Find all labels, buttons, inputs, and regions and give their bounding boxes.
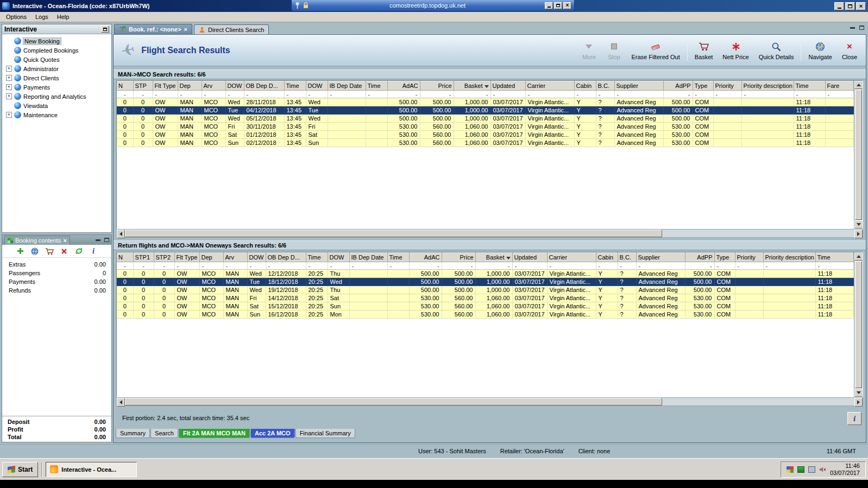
filter-cell[interactable]: - bbox=[512, 262, 547, 270]
sidebar-item-administrator[interactable]: +Administrator bbox=[2, 64, 111, 73]
filter-cell[interactable]: - bbox=[284, 91, 306, 98]
filter-cell[interactable]: - bbox=[490, 91, 525, 98]
add-item-icon[interactable] bbox=[16, 247, 24, 256]
rdp-close-button[interactable]: × bbox=[563, 2, 571, 9]
sidebar-item-viewdata[interactable]: Viewdata bbox=[2, 101, 111, 110]
filter-cell[interactable]: - bbox=[693, 91, 713, 98]
column-header[interactable]: Basket bbox=[475, 253, 512, 262]
filter-cell[interactable]: - bbox=[794, 91, 825, 98]
result-row[interactable]: 000OWMCOMANTue18/12/201820:25Wed500.0050… bbox=[117, 278, 854, 286]
info-icon[interactable]: i bbox=[89, 247, 98, 256]
column-header[interactable]: OB Dep D... bbox=[266, 253, 306, 262]
column-header[interactable]: Priority bbox=[713, 81, 741, 91]
stop-button[interactable]: Stop bbox=[602, 40, 626, 61]
result-row[interactable]: 00OWMANMCOFri30/11/201813:45Fri530.00560… bbox=[117, 123, 854, 131]
result-row[interactable]: 00OWMANMCOSat01/12/201813:45Sat530.00560… bbox=[117, 131, 854, 139]
filter-cell[interactable]: - bbox=[154, 262, 174, 270]
taskbar-task-button[interactable]: Interactive - Ocea... bbox=[46, 462, 137, 477]
scroll-thumb[interactable] bbox=[855, 90, 862, 220]
filter-cell[interactable]: - bbox=[133, 262, 154, 270]
column-header[interactable]: Priority description bbox=[763, 253, 815, 262]
filter-cell[interactable]: - bbox=[547, 262, 596, 270]
tray-mute-icon[interactable] bbox=[819, 466, 826, 473]
result-row[interactable]: 00OWMANMCOTue04/12/201813:45Tue500.00500… bbox=[117, 106, 854, 115]
horizontal-scrollbar[interactable] bbox=[116, 229, 863, 238]
filter-cell[interactable]: - bbox=[153, 91, 178, 98]
column-header[interactable]: B.C. bbox=[596, 81, 614, 91]
filter-cell[interactable]: - bbox=[223, 262, 247, 270]
result-row[interactable]: 00OWMANMCOSun02/12/201813:45Sun530.00560… bbox=[117, 139, 854, 147]
filter-cell[interactable]: - bbox=[714, 262, 735, 270]
scroll-thumb[interactable] bbox=[125, 230, 662, 237]
filter-cell[interactable]: - bbox=[174, 262, 199, 270]
filter-cell[interactable]: - bbox=[618, 262, 636, 270]
tab-search[interactable]: Search bbox=[150, 429, 178, 438]
list-item[interactable]: Payments0.00 bbox=[2, 277, 111, 286]
column-header[interactable]: OB Dep D... bbox=[244, 81, 284, 91]
scroll-thumb[interactable] bbox=[855, 261, 862, 388]
close-results-button[interactable]: × Close bbox=[838, 40, 861, 61]
column-header[interactable]: Carrier bbox=[547, 253, 596, 262]
column-header[interactable]: Fare bbox=[825, 81, 854, 91]
sidebar-item-new-booking[interactable]: New Booking bbox=[2, 36, 111, 46]
close-icon[interactable]: × bbox=[63, 237, 66, 244]
filter-cell[interactable]: - bbox=[442, 262, 475, 270]
filter-cell[interactable]: - bbox=[133, 91, 153, 98]
column-header[interactable]: Time bbox=[794, 81, 825, 91]
scroll-left-button[interactable] bbox=[117, 230, 125, 238]
scroll-up-button[interactable] bbox=[854, 252, 863, 261]
column-header[interactable]: Arv bbox=[202, 81, 225, 91]
filter-cell[interactable]: - bbox=[685, 262, 714, 270]
menu-options[interactable]: Options bbox=[2, 12, 31, 21]
tray-network-icon[interactable] bbox=[797, 466, 804, 473]
scroll-up-button[interactable] bbox=[854, 81, 863, 89]
column-header[interactable]: N bbox=[117, 253, 133, 262]
filter-cell[interactable]: - bbox=[202, 91, 225, 98]
column-header[interactable]: B.C. bbox=[618, 253, 636, 262]
scroll-left-button[interactable] bbox=[117, 398, 125, 407]
start-button[interactable]: Start bbox=[2, 462, 38, 477]
list-item[interactable]: Refunds0.00 bbox=[2, 286, 111, 295]
more-button[interactable]: More bbox=[577, 40, 601, 61]
filter-cell[interactable]: - bbox=[663, 91, 693, 98]
minimize-button[interactable] bbox=[834, 2, 844, 10]
column-header[interactable]: Priority bbox=[735, 253, 763, 262]
column-header[interactable]: Price bbox=[442, 253, 475, 262]
filter-cell[interactable]: - bbox=[117, 91, 133, 98]
filter-cell[interactable]: - bbox=[596, 91, 614, 98]
filter-cell[interactable]: - bbox=[713, 91, 741, 98]
tray-grid-icon[interactable] bbox=[787, 466, 794, 473]
filter-cell[interactable]: - bbox=[525, 91, 574, 98]
column-header[interactable]: Time bbox=[815, 253, 854, 262]
filter-cell[interactable]: - bbox=[306, 91, 328, 98]
panel-minimize-icon[interactable] bbox=[96, 239, 100, 241]
filter-cell[interactable]: - bbox=[247, 262, 266, 270]
result-row[interactable]: 000OWMCOMANWed12/12/201820:25Thu500.0050… bbox=[117, 270, 854, 278]
column-header[interactable]: DOW bbox=[328, 253, 349, 262]
result-row[interactable]: 000OWMCOMANWed19/12/201820:25Thu500.0050… bbox=[117, 286, 854, 294]
filter-cell[interactable]: - bbox=[366, 91, 387, 98]
filter-cell[interactable]: - bbox=[409, 262, 442, 270]
taskbar-clock[interactable]: 11:46 03/07/2017 bbox=[830, 462, 860, 477]
filter-cell[interactable]: - bbox=[420, 91, 454, 98]
filter-cell[interactable]: - bbox=[117, 262, 133, 270]
column-header[interactable]: Cabin bbox=[574, 81, 596, 91]
list-item[interactable]: Passengers0 bbox=[2, 269, 111, 277]
column-header[interactable]: Updated bbox=[512, 253, 547, 262]
sidebar-item-maintenance[interactable]: +Maintenance bbox=[2, 110, 111, 119]
column-header[interactable]: Time bbox=[306, 253, 328, 262]
tab-booking-ref[interactable]: Book. ref.: <none> × bbox=[114, 24, 192, 34]
column-header[interactable]: Priority description bbox=[741, 81, 794, 91]
sidebar-item-reporting-and-analytics[interactable]: +Reporting and Analytics bbox=[2, 92, 111, 101]
filter-cell[interactable]: - bbox=[636, 262, 685, 270]
column-header[interactable]: Cabin bbox=[596, 253, 618, 262]
filter-cell[interactable]: - bbox=[475, 262, 512, 270]
tab-flt-2a-man-mco-man[interactable]: Flt 2A MAN MCO MAN bbox=[179, 429, 250, 438]
column-header[interactable]: STP2 bbox=[154, 253, 174, 262]
column-header[interactable]: Arv bbox=[223, 253, 247, 262]
column-header[interactable]: Supplier bbox=[614, 81, 663, 91]
result-row[interactable]: 00OWMANMCOWed28/11/201813:45Wed500.00500… bbox=[117, 98, 854, 106]
vertical-scrollbar[interactable] bbox=[854, 252, 863, 397]
filter-cell[interactable]: - bbox=[815, 262, 854, 270]
filter-cell[interactable]: - bbox=[178, 91, 202, 98]
